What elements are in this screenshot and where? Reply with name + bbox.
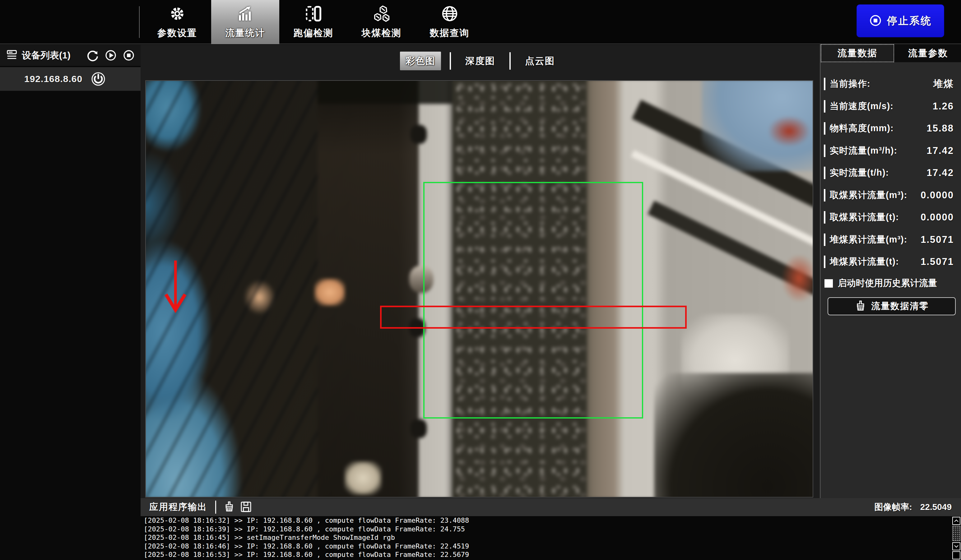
frame-rate-label: 图像帧率: xyxy=(874,501,912,513)
nav-label: 块煤检测 xyxy=(362,27,402,40)
output-bar: 应用程序输出 图像帧率: 22.5049 xyxy=(141,498,961,516)
tab-label: 点云图 xyxy=(525,55,555,67)
coal-lump-icon xyxy=(373,5,390,24)
frame-rate-value: 22.5049 xyxy=(920,502,952,512)
tab-depth-image[interactable]: 深度图 xyxy=(460,51,501,70)
measurement-band-overlay xyxy=(380,306,687,329)
coal-flow-monitor-app: 参数设置 流量统计 跑偏检测 xyxy=(0,0,961,560)
tab-flow-params[interactable]: 流量参数 xyxy=(894,44,961,62)
use-history-total-checkbox[interactable]: 启动时使用历史累计流量 xyxy=(824,277,958,289)
tab-label: 彩色图 xyxy=(405,55,436,67)
flow-data-panel: 流量数据 流量参数 当前操作: 堆煤 当前速度(m/s): 1.26 物料高度(… xyxy=(820,44,961,498)
play-all-button[interactable] xyxy=(104,48,117,62)
device-sidebar: 设备列表(1) 192.168.8.60 xyxy=(0,45,141,560)
stop-system-label: 停止系统 xyxy=(887,14,932,28)
belt-deviation-icon xyxy=(305,5,322,24)
stop-all-button[interactable] xyxy=(122,48,136,62)
power-icon[interactable] xyxy=(91,72,106,87)
nav-coal-lump-detect[interactable]: 块煤检测 xyxy=(347,0,416,44)
log-line: [2025-02-08 18:16:45] >> setImageTransfe… xyxy=(141,533,961,542)
clear-flow-data-button[interactable]: 流量数据清零 xyxy=(828,297,956,315)
stop-system-button[interactable]: 停止系统 xyxy=(857,4,944,37)
row-value: 1.5071 xyxy=(921,234,954,246)
bar-chart-icon xyxy=(237,5,254,24)
row-value: 17.42 xyxy=(926,167,954,178)
data-row-realtime-flow-m3h: 实时流量(m³/h): 17.42 xyxy=(824,144,959,158)
log-line: [2025-02-08 18:16:53] >> IP: 192.168.8.6… xyxy=(141,550,961,559)
data-row-current-speed: 当前速度(m/s): 1.26 xyxy=(824,99,959,114)
output-title: 应用程序输出 xyxy=(149,501,207,513)
toolbar-divider xyxy=(139,6,140,38)
scrollbar-thumb[interactable] xyxy=(952,526,960,541)
refresh-devices-button[interactable] xyxy=(86,48,100,62)
checkbox-icon[interactable] xyxy=(824,279,833,287)
flow-direction-arrow-icon xyxy=(161,258,190,320)
nav-label: 数据查询 xyxy=(430,27,469,40)
data-row-realtime-flow-th: 实时流量(t/h): 17.42 xyxy=(824,166,959,180)
data-row-stack-coal-total-m3: 堆煤累计流量(m³): 1.5071 xyxy=(824,233,959,247)
scroll-page-button[interactable] xyxy=(952,551,960,559)
data-row-material-height: 物料高度(mm): 15.88 xyxy=(824,121,959,136)
data-row-stack-coal-total-t: 堆煤累计流量(t): 1.5071 xyxy=(824,255,959,269)
nav-param-settings[interactable]: 参数设置 xyxy=(143,0,211,44)
row-value: 1.26 xyxy=(933,101,954,112)
output-separator xyxy=(215,501,216,513)
nav-label: 跑偏检测 xyxy=(294,27,333,40)
row-value: 15.88 xyxy=(926,123,954,134)
tab-point-cloud[interactable]: 点云图 xyxy=(519,51,561,70)
scroll-up-button[interactable] xyxy=(952,517,960,525)
log-scrollbar xyxy=(952,516,961,560)
gear-icon xyxy=(169,5,186,24)
save-log-floppy-icon[interactable] xyxy=(240,501,253,513)
data-row-take-coal-total-t: 取煤累计流量(t): 0.0000 xyxy=(824,210,959,225)
row-value: 0.0000 xyxy=(921,190,954,201)
row-value: 17.42 xyxy=(926,145,954,156)
row-value: 1.5071 xyxy=(921,256,954,267)
log-line: [2025-02-08 18:16:46] >> IP: 192.168.8.6… xyxy=(141,542,961,551)
tab-flow-data[interactable]: 流量数据 xyxy=(821,44,894,62)
device-list-title: 设备列表(1) xyxy=(22,49,82,62)
log-line: [2025-02-08 18:16:39] >> IP: 192.168.8.6… xyxy=(141,525,961,534)
clear-log-brush-icon[interactable] xyxy=(223,501,236,513)
nav-data-query[interactable]: 数据查询 xyxy=(416,0,484,44)
scroll-down-button[interactable] xyxy=(952,542,960,550)
detection-zone-overlay xyxy=(423,182,643,419)
main-view: 彩色图 深度图 点云图 xyxy=(141,45,820,498)
nav-label: 流量统计 xyxy=(225,27,265,40)
tab-label: 流量数据 xyxy=(837,47,877,60)
device-ip: 192.168.8.60 xyxy=(24,74,91,84)
tab-color-image[interactable]: 彩色图 xyxy=(400,51,441,70)
globe-icon xyxy=(441,5,458,24)
top-toolbar: 参数设置 流量统计 跑偏检测 xyxy=(0,0,961,44)
tab-separator xyxy=(450,52,451,70)
data-row-current-operation: 当前操作: 堆煤 xyxy=(824,77,959,91)
image-mode-tabs: 彩色图 深度图 点云图 xyxy=(141,51,820,71)
device-list-header: 设备列表(1) xyxy=(0,45,141,67)
flow-panel-tabs: 流量数据 流量参数 xyxy=(821,44,961,62)
brush-icon xyxy=(854,300,867,313)
checkbox-label: 启动时使用历史累计流量 xyxy=(838,277,937,289)
row-value: 0.0000 xyxy=(921,212,954,223)
log-line: [2025-02-08 18:16:32] >> IP: 192.168.8.6… xyxy=(141,516,961,525)
nav-label: 参数设置 xyxy=(157,27,197,40)
tab-separator xyxy=(509,52,511,70)
stop-icon xyxy=(869,14,882,28)
clear-button-label: 流量数据清零 xyxy=(871,300,929,313)
camera-video-feed xyxy=(145,80,813,497)
log-console: [2025-02-08 18:16:32] >> IP: 192.168.8.6… xyxy=(141,516,961,560)
device-row[interactable]: 192.168.8.60 xyxy=(0,67,141,91)
main-nav: 参数设置 流量统计 跑偏检测 xyxy=(143,0,484,44)
nav-flow-statistics[interactable]: 流量统计 xyxy=(211,0,279,44)
device-list-icon xyxy=(6,49,18,62)
data-row-take-coal-total-m3: 取煤累计流量(m³): 0.0000 xyxy=(824,188,959,202)
tab-label: 深度图 xyxy=(465,55,495,67)
row-value: 堆煤 xyxy=(933,77,954,90)
nav-belt-deviation-detect[interactable]: 跑偏检测 xyxy=(279,0,347,44)
frame-rate-status: 图像帧率: 22.5049 xyxy=(874,501,952,513)
tab-label: 流量参数 xyxy=(908,47,948,60)
